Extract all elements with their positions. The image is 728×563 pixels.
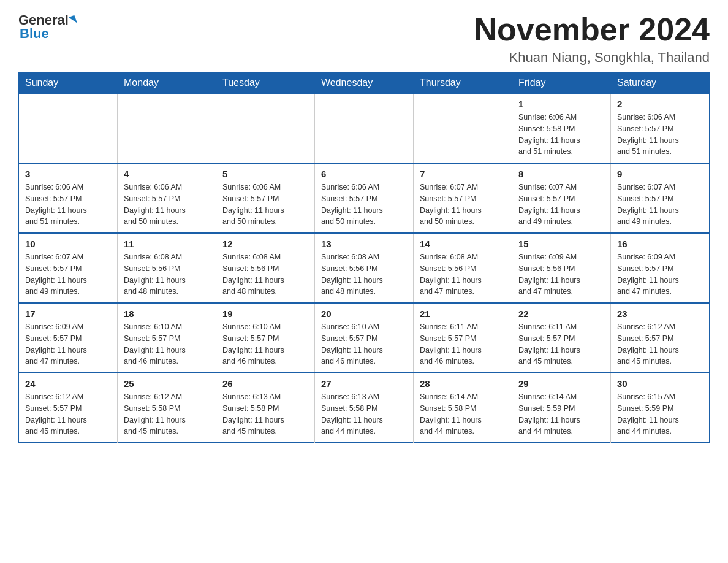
- calendar-cell: 7Sunrise: 6:07 AMSunset: 5:57 PMDaylight…: [414, 163, 512, 233]
- day-info: Sunrise: 6:09 AMSunset: 5:56 PMDaylight:…: [518, 251, 604, 297]
- day-info: Sunrise: 6:08 AMSunset: 5:56 PMDaylight:…: [420, 251, 506, 297]
- day-number: 8: [518, 169, 604, 179]
- weekday-header-tuesday: Tuesday: [216, 72, 315, 94]
- calendar-cell: [315, 94, 414, 164]
- calendar-cell: 26Sunrise: 6:13 AMSunset: 5:58 PMDayligh…: [216, 373, 315, 443]
- weekday-header-friday: Friday: [512, 72, 611, 94]
- day-info: Sunrise: 6:07 AMSunset: 5:57 PMDaylight:…: [420, 182, 506, 228]
- calendar-week-row: 10Sunrise: 6:07 AMSunset: 5:57 PMDayligh…: [19, 233, 710, 303]
- calendar-cell: 10Sunrise: 6:07 AMSunset: 5:57 PMDayligh…: [19, 233, 118, 303]
- day-number: 25: [124, 378, 210, 389]
- calendar-body: 1Sunrise: 6:06 AMSunset: 5:58 PMDaylight…: [19, 94, 710, 443]
- day-info: Sunrise: 6:12 AMSunset: 5:58 PMDaylight:…: [124, 391, 210, 437]
- day-info: Sunrise: 6:10 AMSunset: 5:57 PMDaylight:…: [124, 321, 210, 367]
- location-subtitle: Khuan Niang, Songkhla, Thailand: [474, 50, 710, 66]
- day-info: Sunrise: 6:08 AMSunset: 5:56 PMDaylight:…: [222, 251, 308, 297]
- day-number: 28: [420, 378, 506, 389]
- day-info: Sunrise: 6:12 AMSunset: 5:57 PMDaylight:…: [25, 391, 111, 437]
- day-info: Sunrise: 6:06 AMSunset: 5:57 PMDaylight:…: [222, 182, 308, 228]
- day-info: Sunrise: 6:11 AMSunset: 5:57 PMDaylight:…: [420, 321, 506, 367]
- weekday-header-row: SundayMondayTuesdayWednesdayThursdayFrid…: [19, 72, 710, 94]
- calendar-cell: 30Sunrise: 6:15 AMSunset: 5:59 PMDayligh…: [611, 373, 710, 443]
- calendar-cell: 21Sunrise: 6:11 AMSunset: 5:57 PMDayligh…: [414, 303, 512, 373]
- month-year-title: November 2024: [474, 12, 710, 47]
- day-info: Sunrise: 6:14 AMSunset: 5:58 PMDaylight:…: [420, 391, 506, 437]
- day-number: 18: [124, 308, 210, 319]
- calendar-cell: 14Sunrise: 6:08 AMSunset: 5:56 PMDayligh…: [414, 233, 512, 303]
- day-info: Sunrise: 6:07 AMSunset: 5:57 PMDaylight:…: [617, 182, 703, 228]
- calendar-cell: 4Sunrise: 6:06 AMSunset: 5:57 PMDaylight…: [118, 163, 216, 233]
- calendar-cell: 2Sunrise: 6:06 AMSunset: 5:57 PMDaylight…: [611, 94, 710, 164]
- day-info: Sunrise: 6:14 AMSunset: 5:59 PMDaylight:…: [518, 391, 604, 437]
- calendar-cell: 29Sunrise: 6:14 AMSunset: 5:59 PMDayligh…: [512, 373, 611, 443]
- day-number: 17: [25, 308, 111, 319]
- day-info: Sunrise: 6:13 AMSunset: 5:58 PMDaylight:…: [321, 391, 407, 437]
- day-number: 9: [617, 169, 703, 179]
- calendar-cell: [216, 94, 315, 164]
- day-info: Sunrise: 6:15 AMSunset: 5:59 PMDaylight:…: [617, 391, 703, 437]
- day-number: 16: [617, 239, 703, 249]
- day-info: Sunrise: 6:08 AMSunset: 5:56 PMDaylight:…: [124, 251, 210, 297]
- calendar-week-row: 1Sunrise: 6:06 AMSunset: 5:58 PMDaylight…: [19, 94, 710, 164]
- day-info: Sunrise: 6:12 AMSunset: 5:57 PMDaylight:…: [617, 321, 703, 367]
- calendar-cell: 15Sunrise: 6:09 AMSunset: 5:56 PMDayligh…: [512, 233, 611, 303]
- day-number: 7: [420, 169, 506, 179]
- logo-blue-word: Blue: [20, 26, 49, 42]
- calendar-cell: 20Sunrise: 6:10 AMSunset: 5:57 PMDayligh…: [315, 303, 414, 373]
- day-number: 13: [321, 239, 407, 249]
- day-info: Sunrise: 6:11 AMSunset: 5:57 PMDaylight:…: [518, 321, 604, 367]
- calendar-cell: 5Sunrise: 6:06 AMSunset: 5:57 PMDaylight…: [216, 163, 315, 233]
- day-number: 23: [617, 308, 703, 319]
- day-info: Sunrise: 6:10 AMSunset: 5:57 PMDaylight:…: [321, 321, 407, 367]
- day-number: 29: [518, 378, 604, 389]
- calendar-cell: 16Sunrise: 6:09 AMSunset: 5:57 PMDayligh…: [611, 233, 710, 303]
- day-info: Sunrise: 6:09 AMSunset: 5:57 PMDaylight:…: [617, 251, 703, 297]
- calendar-cell: 8Sunrise: 6:07 AMSunset: 5:57 PMDaylight…: [512, 163, 611, 233]
- weekday-header-wednesday: Wednesday: [315, 72, 414, 94]
- calendar-cell: 22Sunrise: 6:11 AMSunset: 5:57 PMDayligh…: [512, 303, 611, 373]
- calendar-cell: 23Sunrise: 6:12 AMSunset: 5:57 PMDayligh…: [611, 303, 710, 373]
- day-number: 2: [617, 99, 703, 109]
- calendar-week-row: 17Sunrise: 6:09 AMSunset: 5:57 PMDayligh…: [19, 303, 710, 373]
- day-info: Sunrise: 6:08 AMSunset: 5:56 PMDaylight:…: [321, 251, 407, 297]
- calendar-cell: 12Sunrise: 6:08 AMSunset: 5:56 PMDayligh…: [216, 233, 315, 303]
- calendar-cell: 25Sunrise: 6:12 AMSunset: 5:58 PMDayligh…: [118, 373, 216, 443]
- day-number: 12: [222, 239, 308, 249]
- day-number: 10: [25, 239, 111, 249]
- day-number: 24: [25, 378, 111, 389]
- calendar-cell: [19, 94, 118, 164]
- calendar-week-row: 3Sunrise: 6:06 AMSunset: 5:57 PMDaylight…: [19, 163, 710, 233]
- day-number: 30: [617, 378, 703, 389]
- weekday-header-monday: Monday: [118, 72, 216, 94]
- logo: General Blue: [18, 12, 76, 42]
- calendar-header: SundayMondayTuesdayWednesdayThursdayFrid…: [19, 72, 710, 94]
- day-number: 4: [124, 169, 210, 179]
- calendar-cell: 3Sunrise: 6:06 AMSunset: 5:57 PMDaylight…: [19, 163, 118, 233]
- day-info: Sunrise: 6:06 AMSunset: 5:57 PMDaylight:…: [124, 182, 210, 228]
- day-number: 15: [518, 239, 604, 249]
- calendar-cell: 19Sunrise: 6:10 AMSunset: 5:57 PMDayligh…: [216, 303, 315, 373]
- calendar-table: SundayMondayTuesdayWednesdayThursdayFrid…: [18, 72, 710, 443]
- day-number: 27: [321, 378, 407, 389]
- day-number: 1: [518, 99, 604, 109]
- calendar-cell: 18Sunrise: 6:10 AMSunset: 5:57 PMDayligh…: [118, 303, 216, 373]
- day-number: 26: [222, 378, 308, 389]
- page-header: General Blue November 2024 Khuan Niang, …: [18, 12, 710, 66]
- day-info: Sunrise: 6:06 AMSunset: 5:57 PMDaylight:…: [25, 182, 111, 228]
- calendar-cell: 28Sunrise: 6:14 AMSunset: 5:58 PMDayligh…: [414, 373, 512, 443]
- day-number: 6: [321, 169, 407, 179]
- day-number: 3: [25, 169, 111, 179]
- calendar-cell: 13Sunrise: 6:08 AMSunset: 5:56 PMDayligh…: [315, 233, 414, 303]
- calendar-cell: 24Sunrise: 6:12 AMSunset: 5:57 PMDayligh…: [19, 373, 118, 443]
- day-number: 14: [420, 239, 506, 249]
- calendar-cell: 1Sunrise: 6:06 AMSunset: 5:58 PMDaylight…: [512, 94, 611, 164]
- day-info: Sunrise: 6:06 AMSunset: 5:57 PMDaylight:…: [617, 112, 703, 158]
- day-number: 11: [124, 239, 210, 249]
- day-number: 20: [321, 308, 407, 319]
- day-info: Sunrise: 6:06 AMSunset: 5:57 PMDaylight:…: [321, 182, 407, 228]
- logo-triangle-icon: [69, 15, 77, 26]
- calendar-week-row: 24Sunrise: 6:12 AMSunset: 5:57 PMDayligh…: [19, 373, 710, 443]
- weekday-header-sunday: Sunday: [19, 72, 118, 94]
- calendar-cell: 11Sunrise: 6:08 AMSunset: 5:56 PMDayligh…: [118, 233, 216, 303]
- weekday-header-thursday: Thursday: [414, 72, 512, 94]
